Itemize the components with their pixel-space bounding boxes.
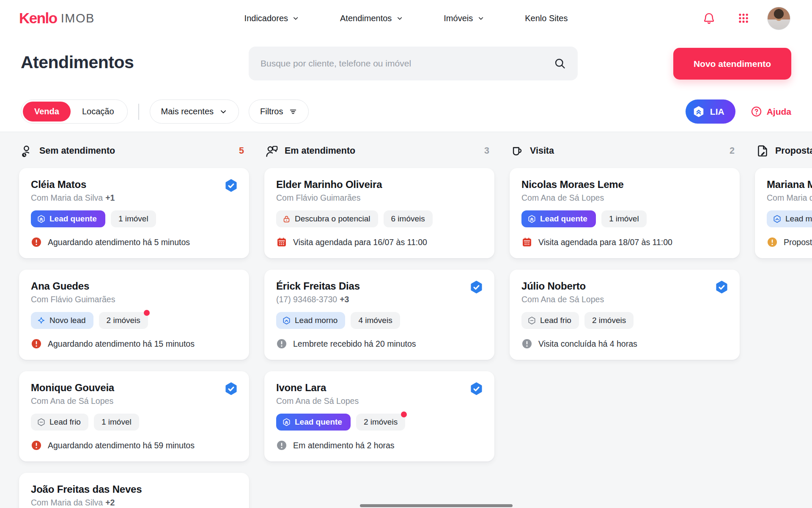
status-row: Proposta p: [767, 237, 812, 248]
lock-icon: [282, 215, 291, 224]
property-count-badge[interactable]: 2 imóveis: [584, 312, 634, 329]
badge-row: Lead frio 1 imóvel: [31, 414, 237, 431]
lead-card[interactable]: Monique Gouveia Com Ana de Sá Lopes Lead…: [19, 371, 249, 461]
nav-item-indicadores[interactable]: Indicadores: [244, 14, 299, 23]
alert-icon: [31, 440, 42, 451]
nav-label: Kenlo Sites: [525, 14, 568, 23]
property-count-badge[interactable]: 2 imóveis: [99, 312, 148, 329]
filters-button[interactable]: Filtros: [249, 99, 308, 124]
doc-pencil-icon: [756, 144, 769, 157]
lead-card[interactable]: Mariana Me Com Maria da S Lead mor Propo…: [755, 168, 812, 258]
lead-temperature-badge[interactable]: Lead morno: [276, 312, 345, 329]
lead-card[interactable]: Ana Guedes Com Flávio Guimarães Novo lea…: [19, 270, 249, 360]
hexagon-minus-icon: [37, 418, 46, 427]
property-count-badge[interactable]: 1 imóvel: [601, 210, 647, 227]
user-avatar[interactable]: [767, 7, 790, 30]
status-row: Aguardando atendimento há 15 minutos: [31, 338, 237, 349]
lead-temperature-badge[interactable]: Lead quente: [31, 210, 105, 227]
lead-subtitle: (17) 93468-3730+3: [276, 294, 483, 304]
question-circle-icon: [751, 106, 762, 117]
badge-row: Lead morno 4 imóveis: [276, 312, 483, 329]
lead-name: Mariana Me: [767, 178, 812, 191]
lead-card[interactable]: Ivone Lara Com Ana de Sá Lopes Lead quen…: [264, 371, 494, 461]
badge-row: Lead quente 1 imóvel: [31, 210, 237, 227]
property-count-badge[interactable]: 1 imóvel: [111, 210, 156, 227]
property-count-badge[interactable]: 4 imóveis: [351, 312, 400, 329]
card-list: Cléia Matos Com Maria da Silva+1 Lead qu…: [19, 168, 249, 508]
help-button[interactable]: Ajuda: [751, 106, 791, 117]
kenlo-logo[interactable]: Kenlo IMOB: [19, 0, 95, 36]
nav-item-imoveis[interactable]: Imóveis: [444, 14, 484, 23]
person-chat-icon: [265, 144, 278, 157]
badge-row: Lead quente 2 imóveis: [276, 414, 483, 431]
warning-alert-icon: [767, 237, 778, 248]
potential-badge[interactable]: Descubra o potencial: [276, 210, 378, 227]
nav-label: Indicadores: [244, 14, 288, 23]
lead-temperature-badge[interactable]: Lead mor: [767, 210, 812, 227]
search-input[interactable]: [261, 58, 554, 69]
property-count-badge[interactable]: 1 imóvel: [94, 414, 139, 431]
lead-card[interactable]: Júlio Noberto Com Ana de Sá Lopes Lead f…: [510, 270, 740, 360]
column-count: 2: [730, 146, 735, 156]
status-text: Aguardando atendimento há 5 minutos: [48, 237, 190, 247]
lead-name: Monique Gouveia: [31, 381, 237, 394]
hexagon-double-chevron-icon: [527, 215, 536, 224]
kanban-board: Sem atendimento 5 Cléia Matos Com Maria …: [0, 132, 812, 508]
lead-subtitle: Com Ana de Sá Lopes: [521, 193, 728, 203]
search-icon: [554, 58, 566, 69]
chevron-down-icon: [396, 15, 403, 22]
calendar-icon: [276, 237, 287, 248]
filters-label: Filtros: [260, 107, 283, 116]
lia-assistant-button[interactable]: LIA: [686, 99, 735, 124]
status-row: Em atendimento há 2 horas: [276, 440, 483, 451]
new-atendimento-button[interactable]: Novo atendimento: [673, 48, 791, 80]
segment-locacao[interactable]: Locação: [71, 102, 126, 121]
sale-rent-segmented-control: Venda Locação: [21, 99, 128, 124]
column-header: Proposta: [755, 143, 812, 158]
column-title: Visita: [530, 146, 554, 156]
lead-subtitle: Com Ana de Sá Lopes: [521, 294, 728, 304]
property-count-badge[interactable]: 2 imóveis: [356, 414, 405, 431]
lead-card[interactable]: Elder Marinho Oliveira Com Flávio Guimar…: [264, 168, 494, 258]
top-bar-actions: [702, 0, 790, 36]
filter-row: Venda Locação Mais recentes Filtros LIA …: [21, 99, 791, 124]
notifications-bell-icon[interactable]: [702, 12, 716, 25]
horizontal-scrollbar[interactable]: [360, 504, 513, 507]
nav-label: Imóveis: [444, 14, 473, 23]
lead-card[interactable]: Érick Freitas Dias (17) 93468-3730+3 Lea…: [264, 270, 494, 360]
info-alert-icon: [276, 338, 287, 349]
status-text: Visita agendada para 18/07 às 11:00: [538, 237, 672, 247]
lead-temperature-badge[interactable]: Novo lead: [31, 312, 93, 329]
help-label: Ajuda: [767, 107, 791, 117]
hexagon-double-chevron-icon: [282, 418, 291, 427]
lead-temperature-badge[interactable]: Lead frio: [521, 312, 579, 329]
column-count: 5: [239, 146, 244, 156]
lead-card[interactable]: João Freitas das Neves Com Maria da Silv…: [19, 473, 249, 508]
nav-item-atendimentos[interactable]: Atendimentos: [340, 14, 403, 23]
lead-temperature-badge[interactable]: Lead quente: [521, 210, 596, 227]
filter-row-right-tools: LIA Ajuda: [686, 99, 791, 124]
property-count-badge[interactable]: 6 imóveis: [384, 210, 433, 227]
info-alert-icon: [276, 440, 287, 451]
nav-item-kenlo-sites[interactable]: Kenlo Sites: [525, 14, 568, 23]
hexagon-chevron-icon: [773, 215, 782, 224]
sort-dropdown[interactable]: Mais recentes: [150, 99, 239, 124]
alert-icon: [31, 338, 42, 349]
column-sem-atendimento: Sem atendimento 5 Cléia Matos Com Maria …: [19, 143, 249, 508]
top-bar: Kenlo IMOB Indicadores Atendimentos Imóv…: [0, 0, 812, 36]
lead-subtitle: Com Maria da Silva+2: [31, 497, 237, 508]
lead-name: Nicolas Moraes Leme: [521, 178, 728, 191]
confirmed-check-icon: [224, 382, 238, 396]
lead-card[interactable]: Nicolas Moraes Leme Com Ana de Sá Lopes …: [510, 168, 740, 258]
lead-temperature-badge[interactable]: Lead frio: [31, 414, 88, 431]
segment-venda[interactable]: Venda: [23, 102, 71, 121]
app-grid-icon[interactable]: [738, 12, 749, 24]
lead-card[interactable]: Cléia Matos Com Maria da Silva+1 Lead qu…: [19, 168, 249, 258]
badge-row: Novo lead 2 imóveis: [31, 312, 237, 329]
lead-temperature-badge[interactable]: Lead quente: [276, 414, 351, 431]
lead-name: Érick Freitas Dias: [276, 280, 483, 293]
lead-subtitle: Com Flávio Guimarães: [276, 193, 483, 203]
sparkle-icon: [37, 316, 46, 325]
status-text: Proposta p: [784, 237, 812, 247]
vertical-divider: [138, 104, 139, 120]
